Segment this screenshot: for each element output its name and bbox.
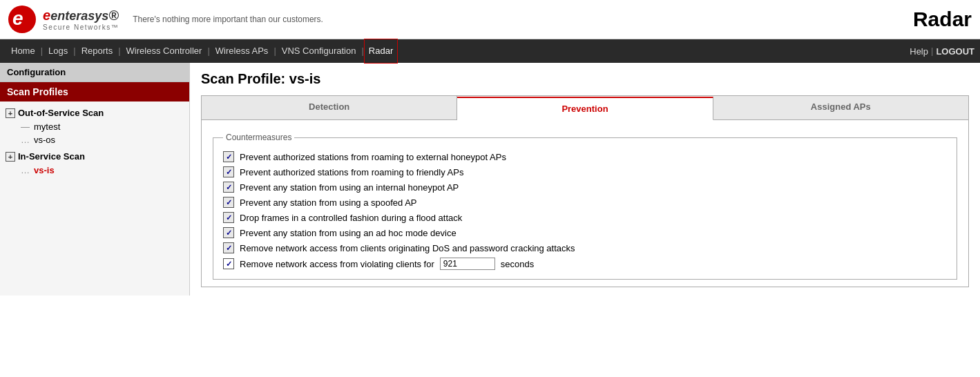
cm-checkbox-4[interactable] (223, 197, 234, 208)
cm-text-2: Prevent authorized stations from roaming… (240, 167, 463, 177)
tree-connector-vs-is: … (21, 165, 30, 175)
main: Configuration Scan Profiles + Out-of-Ser… (0, 63, 980, 296)
tab-prevention[interactable]: Prevention (457, 97, 713, 120)
sidebar-scan-profiles-label: Scan Profiles (0, 82, 189, 102)
nav-logout[interactable]: LOGOUT (936, 46, 974, 57)
cm-text-4: Prevent any station from using a spoofed… (240, 197, 417, 208)
vs-is-label: vs-is (34, 165, 55, 175)
cm-checkbox-3[interactable] (223, 182, 234, 193)
tree-item-out-of-service[interactable]: + Out-of-Service Scan (0, 106, 189, 120)
nav-right: Help | LOGOUT (910, 39, 974, 63)
cm-item-4: Prevent any station from using a spoofed… (223, 195, 947, 210)
tagline: There's nothing more important than our … (133, 14, 323, 24)
cm-text-8-suffix: seconds (501, 259, 534, 269)
cm-item-8: Remove network access from violating cli… (223, 255, 947, 272)
cm-text-5: Drop frames in a controlled fashion duri… (240, 213, 462, 223)
cm-item-6: Prevent any station from using an ad hoc… (223, 225, 947, 240)
nav-help[interactable]: Help (910, 46, 928, 57)
nav-radar[interactable]: Radar (364, 39, 398, 64)
tree-child-mytest[interactable]: — mytest (0, 120, 189, 133)
secure-networks-label: Secure Networks™ (43, 23, 119, 31)
cm-text-6: Prevent any station from using an ad hoc… (240, 228, 457, 238)
logo-text: eenterasys® Secure Networks™ (43, 8, 119, 31)
nav-reports[interactable]: Reports (76, 39, 119, 63)
enterasys-logo: e (8, 6, 36, 33)
cm-checkbox-6[interactable] (223, 227, 234, 238)
cm-checkbox-1[interactable] (223, 151, 234, 162)
cm-checkbox-2[interactable] (223, 166, 234, 177)
tree-connector-vs-os: … (21, 135, 30, 145)
expand-icon-in-service[interactable]: + (6, 152, 15, 162)
brand-name: eenterasys® (43, 8, 119, 23)
expand-icon-out-of-service[interactable]: + (6, 108, 15, 118)
sidebar-config-label: Configuration (0, 63, 189, 82)
nav-wireless-controller[interactable]: Wireless Controller (121, 39, 208, 63)
cm-item-3: Prevent any station from using an intern… (223, 180, 947, 195)
countermeasures-panel: Countermeasures Prevent authorized stati… (201, 120, 969, 287)
cm-item-5: Drop frames in a controlled fashion duri… (223, 210, 947, 225)
sidebar: Configuration Scan Profiles + Out-of-Ser… (0, 63, 190, 296)
content: Scan Profile: vs-is Detection Prevention… (190, 63, 980, 296)
nav-home[interactable]: Home (6, 39, 41, 63)
tree-child-vs-is[interactable]: … vs-is (0, 164, 189, 177)
tabs: Detection Prevention Assigned APs (201, 95, 969, 120)
cm-text-7: Remove network access from clients origi… (240, 243, 575, 253)
countermeasures-legend: Countermeasures (223, 133, 294, 142)
cm-input-seconds[interactable] (440, 258, 495, 270)
cm-item-7: Remove network access from clients origi… (223, 240, 947, 255)
logo-area: e eenterasys® Secure Networks™ There's n… (8, 6, 323, 33)
cm-text-8-prefix: Remove network access from violating cli… (240, 259, 434, 269)
vs-os-label: vs-os (34, 135, 55, 145)
in-service-label: In-Service Scan (18, 151, 85, 162)
svg-text:e: e (12, 8, 23, 29)
tree-item-in-service[interactable]: + In-Service Scan (0, 149, 189, 164)
nav-left: Home | Logs | Reports | Wireless Control… (6, 39, 398, 64)
cm-text-1: Prevent authorized stations from roaming… (240, 152, 506, 162)
nav-vns-config[interactable]: VNS Configuration (276, 39, 362, 63)
tree-child-vs-os[interactable]: … vs-os (0, 133, 189, 146)
countermeasures-fieldset: Countermeasures Prevent authorized stati… (213, 133, 957, 280)
nav-logs[interactable]: Logs (43, 39, 73, 63)
cm-checkbox-8[interactable] (223, 258, 234, 269)
tab-detection[interactable]: Detection (202, 96, 457, 119)
cm-checkbox-7[interactable] (223, 242, 234, 253)
sidebar-tree: + Out-of-Service Scan — mytest … vs-os +… (0, 102, 189, 181)
cm-text-3: Prevent any station from using an intern… (240, 182, 459, 193)
tree-connector-mytest: — (21, 122, 30, 132)
cm-checkbox-5[interactable] (223, 212, 234, 223)
mytest-label: mytest (34, 122, 60, 132)
cm-item-2: Prevent authorized stations from roaming… (223, 164, 947, 180)
nav-wireless-aps[interactable]: Wireless APs (210, 39, 274, 63)
radar-title: Radar (913, 8, 972, 31)
cm-item-1: Prevent authorized stations from roaming… (223, 149, 947, 164)
page-title: Scan Profile: vs-is (201, 71, 969, 87)
out-of-service-label: Out-of-Service Scan (18, 108, 104, 118)
header: e eenterasys® Secure Networks™ There's n… (0, 0, 980, 39)
tab-assigned-aps[interactable]: Assigned APs (713, 96, 968, 119)
navbar: Home | Logs | Reports | Wireless Control… (0, 39, 980, 63)
